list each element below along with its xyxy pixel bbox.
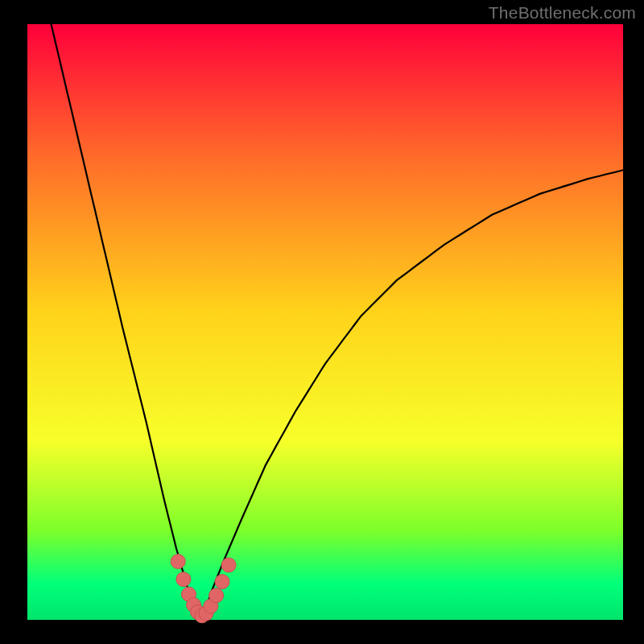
highlight-marker xyxy=(221,558,236,572)
highlight-marker xyxy=(215,575,229,589)
plot-background xyxy=(27,24,623,620)
highlight-marker xyxy=(176,572,191,587)
watermark-text: TheBottleneck.com xyxy=(489,3,636,23)
chart-frame: TheBottleneck.com xyxy=(0,0,644,644)
bottleneck-chart xyxy=(0,0,644,644)
highlight-marker xyxy=(209,588,224,603)
highlight-marker xyxy=(171,555,185,569)
